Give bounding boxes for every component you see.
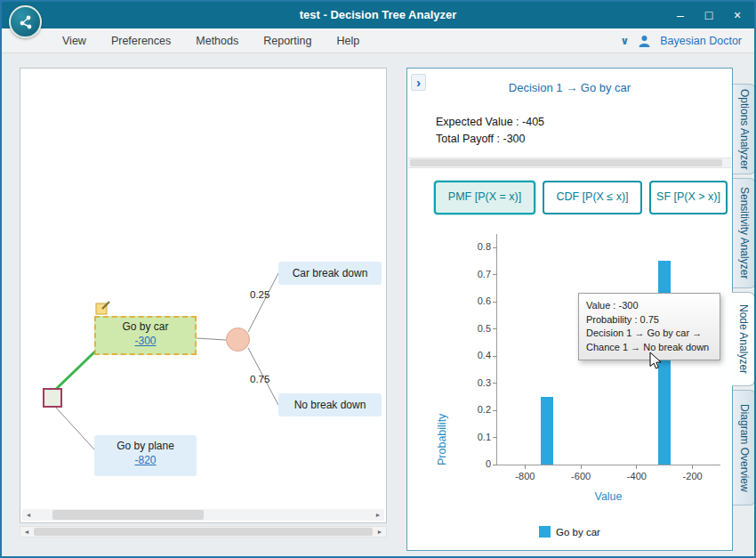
y-tick [493, 383, 497, 384]
titlebar: test - Decision Tree Analyzer – □ × [2, 2, 754, 28]
scroll-left-icon[interactable]: ◄ [20, 527, 33, 537]
window-title: test - Decision Tree Analyzer [2, 2, 754, 28]
tooltip-line: Probability : 0.75 [586, 313, 712, 328]
y-tick-label: 0.5 [459, 323, 491, 334]
cdf-button[interactable]: CDF [P(X ≤ x)] [543, 181, 642, 214]
chart-tooltip: Value : -300 Probability : 0.75 Decision… [578, 293, 720, 360]
edge-car-to-chance [197, 338, 226, 340]
scrollbar-thumb[interactable] [410, 159, 722, 166]
x-tick-label: -600 [561, 471, 600, 481]
bayesian-doctor-icon [638, 35, 651, 48]
probability-label-nobreak: 0.75 [250, 374, 269, 384]
x-tick-label: -400 [617, 471, 656, 481]
node-label: Go by car [96, 320, 195, 333]
probability-label-break: 0.25 [250, 289, 269, 300]
y-tick-label: 0.2 [459, 404, 491, 415]
outer-horizontal-scrollbar[interactable]: ◄ ► [20, 526, 387, 538]
node-no-break-down[interactable]: No break down [278, 393, 382, 416]
payoff-link-go-by-plane[interactable]: -820 [134, 454, 156, 466]
close-button[interactable]: × [726, 4, 749, 26]
y-tick [493, 410, 497, 411]
app-logo-icon [9, 5, 42, 38]
analyzer-title: Decision 1 → Go by car [407, 81, 732, 94]
scroll-left-icon[interactable]: ◄ [22, 509, 35, 521]
y-tick [493, 465, 497, 465]
menu-reporting[interactable]: Reporting [251, 30, 324, 52]
edge-chance-to-break [248, 273, 278, 332]
y-tick [493, 274, 497, 275]
node-car-break-down[interactable]: Car break down [278, 262, 382, 285]
menu-preferences[interactable]: Preferences [99, 30, 183, 52]
y-tick [493, 302, 497, 303]
chart-legend: Go by car [407, 526, 732, 538]
expected-value: Expected Value : -405 [436, 116, 544, 128]
edge-decision-to-car [52, 348, 99, 392]
chevron-down-icon[interactable]: ∨ [621, 35, 630, 47]
tab-diagram-overview[interactable]: Diagram Overview [733, 390, 756, 505]
tree-edges [20, 69, 386, 522]
tooltip-line: Decision 1 → Go by car → [586, 327, 712, 341]
mouse-cursor [649, 352, 662, 373]
x-tick [692, 465, 693, 469]
y-tick [493, 437, 497, 438]
legend-swatch [539, 526, 551, 538]
payoff-link-go-by-car[interactable]: -300 [134, 335, 156, 347]
y-tick [493, 356, 497, 357]
maximize-button[interactable]: □ [697, 4, 720, 26]
scrollbar-thumb[interactable] [34, 528, 373, 536]
chance-node[interactable] [226, 328, 250, 352]
node-go-by-plane[interactable]: Go by plane -820 [94, 435, 197, 476]
x-tick [525, 465, 526, 469]
tab-options-analyzer[interactable]: Options Analyzer [733, 84, 756, 174]
x-tick-label: -800 [505, 471, 544, 481]
y-tick-label: 0.7 [459, 269, 491, 279]
scrollbar-thumb[interactable] [52, 510, 204, 520]
scroll-right-icon[interactable]: ► [374, 527, 386, 537]
node-label: Go by plane [94, 440, 197, 452]
sf-button[interactable]: SF [P(X > x)] [649, 181, 728, 214]
y-tick [493, 328, 497, 329]
panel-scrollbar[interactable] [408, 158, 731, 168]
edge-decision-to-plane [56, 408, 94, 449]
x-tick-label: -200 [673, 471, 712, 481]
minimize-button[interactable]: – [669, 4, 692, 26]
x-axis-label: Value [496, 490, 720, 503]
node-analyzer-panel: › Decision 1 → Go by car Expected Value … [406, 68, 733, 551]
total-payoff: Total Payoff : -300 [436, 133, 526, 145]
x-tick [581, 465, 582, 469]
tooltip-line: Value : -300 [586, 299, 712, 313]
x-tick [636, 465, 637, 469]
menu-view[interactable]: View [50, 30, 99, 52]
y-tick-label: 0 [459, 458, 491, 469]
bayesian-doctor-link[interactable]: Bayesian Doctor [660, 35, 742, 47]
pmf-button[interactable]: PMF [P(X = x)] [434, 181, 535, 214]
pmf-chart: Probability 00.10.20.30.40.50.60.70.8-80… [425, 222, 728, 520]
scroll-right-icon[interactable]: ► [372, 509, 384, 521]
decision-tree-canvas[interactable]: Go by car -300 0.25 0.75 Car break down … [20, 68, 387, 523]
menu-methods[interactable]: Methods [183, 30, 251, 52]
y-tick-label: 0.3 [459, 377, 491, 388]
node-go-by-car[interactable]: Go by car -300 [94, 316, 197, 355]
decision-node[interactable] [43, 388, 62, 408]
y-tick-label: 0.1 [459, 432, 491, 442]
menubar-right: ∨ Bayesian Doctor [621, 28, 742, 53]
canvas-horizontal-scrollbar[interactable]: ◄ ► [22, 509, 384, 521]
legend-label: Go by car [556, 527, 600, 538]
tab-sensitivity-analyzer[interactable]: Sensitivity Analyzer [733, 178, 756, 288]
y-tick-label: 0.6 [459, 295, 491, 306]
tab-node-analyzer[interactable]: Node Analyzer [732, 292, 755, 386]
app-window: test - Decision Tree Analyzer – □ × View… [0, 0, 756, 558]
menu-help[interactable]: Help [324, 30, 372, 52]
y-axis-label: Probability [436, 234, 448, 465]
y-tick-label: 0.4 [459, 350, 491, 360]
y-tick [493, 247, 497, 248]
y-tick-label: 0.8 [459, 241, 491, 252]
bar--720[interactable] [541, 397, 553, 465]
window-controls: – □ × [669, 2, 749, 28]
